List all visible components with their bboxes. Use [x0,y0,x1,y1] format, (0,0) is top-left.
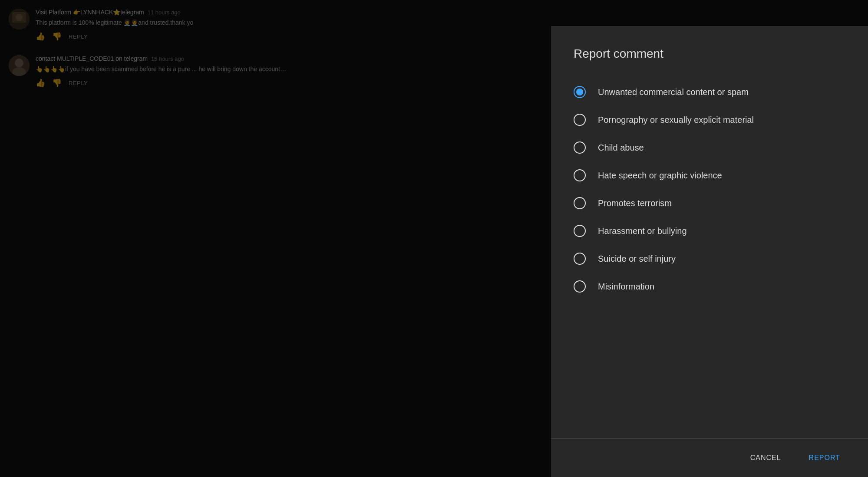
report-button[interactable]: REPORT [799,449,851,467]
report-option-spam-label: Unwanted commercial content or spam [598,87,749,97]
report-options-group: Unwanted commercial content or spam Porn… [574,78,845,300]
radio-spam[interactable] [574,86,586,98]
dialog-content: Report comment Unwanted commercial conte… [551,26,868,438]
report-option-hate-label: Hate speech or graphic violence [598,171,722,181]
radio-misinfo[interactable] [574,280,586,293]
report-option-porn[interactable]: Pornography or sexually explicit materia… [574,106,845,134]
report-option-terror-label: Promotes terrorism [598,198,672,208]
report-option-misinfo[interactable]: Misinformation [574,273,845,300]
radio-suicide[interactable] [574,253,586,265]
dialog-title: Report comment [574,47,845,61]
report-option-misinfo-label: Misinformation [598,282,654,292]
report-option-harass[interactable]: Harassment or bullying [574,217,845,245]
report-option-child[interactable]: Child abuse [574,134,845,161]
radio-hate[interactable] [574,169,586,181]
report-option-harass-label: Harassment or bullying [598,226,687,236]
cancel-button[interactable]: CANCEL [740,449,792,467]
dialog-actions: CANCEL REPORT [551,439,868,477]
report-option-hate[interactable]: Hate speech or graphic violence [574,161,845,189]
radio-porn[interactable] [574,114,586,126]
report-dialog: Report comment Unwanted commercial conte… [551,26,868,477]
radio-child[interactable] [574,141,586,154]
report-option-suicide[interactable]: Suicide or self injury [574,245,845,273]
report-option-child-label: Child abuse [598,143,644,153]
report-option-spam[interactable]: Unwanted commercial content or spam [574,78,845,106]
report-option-suicide-label: Suicide or self injury [598,254,676,264]
report-option-porn-label: Pornography or sexually explicit materia… [598,115,754,125]
radio-harass[interactable] [574,225,586,237]
report-option-terror[interactable]: Promotes terrorism [574,189,845,217]
radio-terror[interactable] [574,197,586,209]
